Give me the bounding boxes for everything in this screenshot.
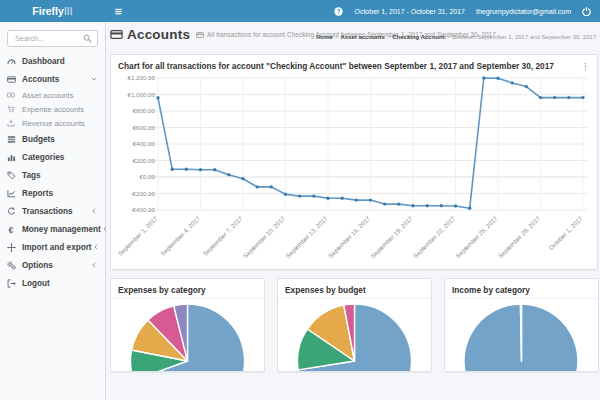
sidebar-item-import-and-export[interactable]: Import and export: [0, 238, 105, 256]
euro-icon: €: [7, 224, 19, 234]
svg-text:September 13, 2017: September 13, 2017: [284, 214, 329, 259]
page-title: Accounts: [127, 27, 190, 42]
svg-text:September 19, 2017: September 19, 2017: [369, 214, 414, 259]
download-icon: [7, 118, 19, 128]
svg-text:September 1, 2017: September 1, 2017: [117, 214, 160, 257]
search-icon[interactable]: [83, 34, 92, 43]
svg-text:September 28, 2017: September 28, 2017: [497, 214, 542, 259]
question-circle-icon: ?: [334, 7, 343, 16]
date-range-button[interactable]: October 1, 2017 - October 31, 2017: [354, 8, 465, 15]
chevron-left-icon: [90, 261, 98, 269]
bar-chart-icon: [7, 152, 19, 162]
svg-text:€400.00: €400.00: [133, 140, 156, 147]
sidebar-item-label: Money management: [22, 225, 101, 234]
sidebar-item-options[interactable]: Options: [0, 256, 105, 274]
breadcrumb-separator: >: [335, 34, 339, 40]
svg-text:€200.00: €200.00: [133, 157, 156, 164]
breadcrumb-item[interactable]: Home: [316, 34, 333, 40]
logout-power-button[interactable]: [582, 7, 591, 16]
account-chart-panel: Chart for all transactions for account "…: [110, 54, 598, 270]
sidebar-search: [7, 30, 98, 47]
top-navbar: FireflyIII ? October 1, 2017 - October 3…: [0, 0, 600, 22]
sidebar-item-reports[interactable]: Reports: [0, 184, 105, 202]
sidebar-toggle-button[interactable]: [105, 0, 131, 22]
expenses-by-budget-panel: Expenses by budget: [277, 278, 432, 372]
svg-text:September 16, 2017: September 16, 2017: [327, 214, 372, 259]
svg-text:€1,200.00: €1,200.00: [127, 74, 155, 81]
credit-card-icon: [7, 74, 19, 84]
search-input[interactable]: [13, 33, 83, 44]
brand-text-bold: Firefly: [32, 5, 64, 17]
help-button[interactable]: ?: [334, 7, 343, 16]
svg-text:September 22, 2017: September 22, 2017: [412, 214, 457, 259]
sidebar-item-label: Reports: [22, 189, 53, 198]
hamburger-icon: [114, 7, 123, 16]
sidebar-item-label: Revenue accounts: [22, 119, 85, 128]
firefly-app: FireflyIII ? October 1, 2017 - October 3…: [0, 0, 600, 400]
credit-card-icon: [110, 28, 123, 41]
breadcrumb: Home>Asset accounts>Checking Account>Bet…: [316, 34, 596, 40]
breadcrumb-item[interactable]: Asset accounts: [340, 34, 384, 40]
dashboard-icon: [7, 56, 19, 66]
tags-icon: [7, 170, 19, 180]
sidebar-item-label: Budgets: [22, 135, 55, 144]
expenses-by-category-panel: Expenses by category: [110, 278, 265, 372]
income-by-category-pie: [445, 299, 598, 372]
chevron-left-icon: [101, 225, 109, 233]
svg-text:September 25, 2017: September 25, 2017: [454, 214, 499, 259]
sidebar-item-transactions[interactable]: Transactions: [0, 202, 105, 220]
svg-text:€1,000.00: €1,000.00: [127, 91, 155, 98]
sidebar-item-expense-accounts[interactable]: Expense accounts: [0, 102, 105, 116]
money-icon: [7, 90, 19, 100]
user-email-button[interactable]: thegrumpydictator@gmail.com: [476, 8, 571, 15]
sidebar-item-label: Transactions: [22, 207, 73, 216]
repeat-icon: [7, 206, 19, 216]
chevron-left-icon: [92, 243, 100, 251]
gears-icon: [7, 260, 19, 270]
sidebar-item-label: Tags: [22, 171, 41, 180]
svg-text:October 1, 2017: October 1, 2017: [547, 214, 584, 251]
svg-text:September 10, 2017: September 10, 2017: [242, 214, 287, 259]
expenses-by-category-pie: [111, 299, 264, 372]
svg-text:€: €: [8, 225, 13, 234]
brand-text-suffix: III: [64, 5, 73, 17]
pie-panel-title: Expenses by category: [118, 285, 206, 295]
svg-text:-€400.00: -€400.00: [131, 206, 156, 213]
sidebar-item-label: Dashboard: [22, 57, 65, 66]
ellipsis-v-icon[interactable]: [581, 62, 590, 71]
navbar-right: ? October 1, 2017 - October 31, 2017 the…: [334, 7, 600, 16]
sidebar-item-dashboard[interactable]: Dashboard: [0, 52, 105, 70]
svg-text:€600.00: €600.00: [133, 124, 156, 131]
sidebar-item-logout[interactable]: Logout: [0, 274, 105, 292]
sidebar-item-revenue-accounts[interactable]: Revenue accounts: [0, 116, 105, 130]
credit-card-icon: [196, 31, 204, 39]
svg-text:-€200.00: -€200.00: [131, 190, 156, 197]
sidebar-item-label: Options: [22, 261, 53, 270]
cart-icon: [7, 104, 19, 114]
breadcrumb-item: Between September 1, 2017 and September …: [452, 34, 596, 40]
svg-text:?: ?: [337, 7, 341, 14]
chart-panel-header: Chart for all transactions for account "…: [111, 55, 597, 73]
breadcrumb-item[interactable]: Checking Account: [392, 34, 444, 40]
main-content: Accounts All transactions for account Ch…: [105, 22, 600, 400]
line-chart: €1,200.00€1,000.00€800.00€600.00€400.00€…: [111, 73, 595, 269]
sidebar-item-asset-accounts[interactable]: Asset accounts: [0, 88, 105, 102]
chevron-down-icon: [90, 75, 98, 83]
expenses-by-budget-pie: [278, 299, 431, 372]
brand-logo[interactable]: FireflyIII: [0, 0, 105, 22]
svg-text:September 7, 2017: September 7, 2017: [202, 214, 245, 257]
sidebar-item-money-management[interactable]: €Money management: [0, 220, 105, 238]
sidebar-item-categories[interactable]: Categories: [0, 148, 105, 166]
income-by-category-panel: Income by category: [444, 278, 599, 372]
svg-text:€0.00: €0.00: [140, 173, 156, 180]
sidebar-item-tags[interactable]: Tags: [0, 166, 105, 184]
sidebar: DashboardAccountsAsset accountsExpense a…: [0, 22, 106, 400]
sign-out-icon: [7, 278, 19, 288]
sidebar-item-label: Import and export: [22, 243, 92, 252]
sidebar-item-budgets[interactable]: Budgets: [0, 130, 105, 148]
sidebar-item-accounts[interactable]: Accounts: [0, 70, 105, 88]
pie-panel-title: Expenses by budget: [285, 285, 366, 295]
sidebar-item-label: Asset accounts: [22, 91, 74, 100]
tasks-icon: [7, 134, 19, 144]
svg-text:€800.00: €800.00: [133, 107, 156, 114]
